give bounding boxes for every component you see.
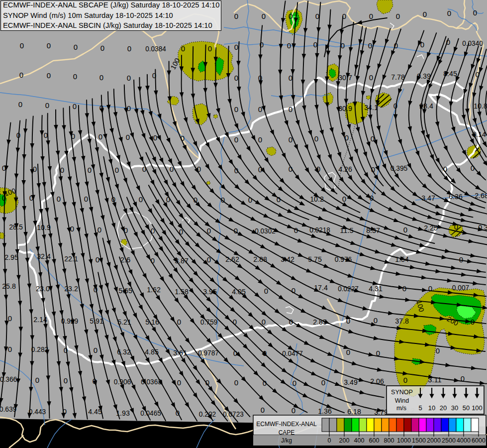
svg-text:2.14: 2.14 (33, 315, 47, 324)
svg-text:0: 0 (402, 284, 406, 293)
svg-text:0: 0 (99, 73, 103, 82)
svg-text:50: 50 (463, 404, 470, 412)
svg-text:0.395: 0.395 (390, 164, 408, 172)
svg-text:0: 0 (447, 9, 451, 17)
svg-text:0: 0 (321, 378, 325, 387)
svg-text:0: 0 (71, 132, 75, 140)
svg-text:0: 0 (63, 407, 67, 416)
svg-text:0: 0 (374, 316, 378, 325)
svg-text:32.4: 32.4 (37, 252, 51, 260)
svg-text:0: 0 (100, 44, 104, 52)
svg-text:0: 0 (205, 378, 209, 387)
svg-text:600: 600 (369, 437, 380, 444)
svg-text:200: 200 (339, 437, 350, 444)
svg-text:0: 0 (20, 41, 24, 50)
svg-text:2.85: 2.85 (313, 318, 327, 326)
svg-text:6.18: 6.18 (347, 407, 361, 416)
svg-text:0: 0 (127, 74, 131, 82)
svg-text:0: 0 (181, 134, 185, 142)
svg-text:1.62: 1.62 (147, 285, 161, 294)
svg-text:0: 0 (166, 195, 170, 204)
svg-text:0: 0 (170, 165, 174, 173)
svg-text:2.95: 2.95 (4, 253, 18, 261)
svg-text:0: 0 (153, 133, 157, 142)
svg-text:0: 0 (94, 346, 97, 354)
svg-text:0: 0 (233, 318, 237, 326)
svg-text:3.11: 3.11 (428, 375, 442, 384)
svg-text:10: 10 (428, 404, 435, 412)
svg-text:17.4: 17.4 (314, 283, 328, 292)
svg-text:0: 0 (403, 225, 407, 234)
svg-text:0.9787: 0.9787 (198, 348, 218, 357)
svg-text:3.87: 3.87 (175, 256, 189, 265)
svg-text:0: 0 (98, 132, 102, 141)
svg-text:0: 0 (234, 135, 238, 144)
svg-text:0: 0 (258, 165, 262, 174)
svg-text:0: 0 (369, 73, 373, 82)
svg-text:0: 0 (234, 166, 238, 175)
svg-text:0: 0 (8, 314, 12, 323)
svg-text:0: 0 (263, 349, 267, 357)
svg-text:2.25: 2.25 (424, 224, 438, 232)
svg-text:0: 0 (341, 41, 345, 50)
svg-text:0: 0 (261, 406, 265, 414)
svg-text:800: 800 (384, 437, 394, 444)
svg-text:4.05: 4.05 (232, 287, 246, 296)
svg-text:0.282: 0.282 (31, 345, 49, 353)
svg-text:0: 0 (289, 105, 292, 113)
svg-text:0: 0 (376, 349, 380, 357)
svg-text:6.36: 6.36 (449, 192, 463, 201)
svg-text:0: 0 (292, 406, 295, 415)
svg-text:0: 0 (396, 12, 400, 20)
svg-text:9.39: 9.39 (417, 72, 431, 80)
svg-text:0: 0 (29, 194, 33, 202)
svg-text:0: 0 (47, 71, 51, 80)
svg-text:25.8: 25.8 (2, 282, 16, 290)
svg-text:28.5: 28.5 (9, 223, 23, 231)
svg-text:0: 0 (64, 346, 68, 354)
svg-text:0: 0 (115, 166, 119, 174)
svg-text:0: 0 (126, 133, 130, 141)
svg-text:0: 0 (443, 165, 447, 173)
svg-text:400: 400 (354, 437, 365, 444)
svg-text:2500: 2500 (442, 437, 456, 444)
svg-text:0: 0 (454, 223, 458, 231)
svg-text:2.06: 2.06 (370, 377, 384, 385)
svg-text:0: 0 (176, 409, 180, 417)
svg-text:0: 0 (369, 12, 373, 20)
svg-text:0: 0 (342, 12, 346, 20)
svg-text:10.2: 10.2 (310, 195, 324, 203)
svg-text:0.929: 0.929 (61, 317, 79, 325)
svg-text:0.0302: 0.0302 (255, 226, 275, 235)
svg-text:100: 100 (472, 404, 483, 412)
svg-text:0: 0 (73, 102, 77, 111)
svg-text:6.32: 6.32 (117, 347, 131, 356)
svg-text:0: 0 (44, 131, 48, 139)
svg-text:0: 0 (461, 374, 465, 383)
svg-text:3.61: 3.61 (173, 348, 187, 357)
svg-text:0.0384: 0.0384 (145, 44, 166, 53)
svg-text:2.62: 2.62 (225, 255, 239, 263)
svg-text:0: 0 (234, 43, 238, 51)
svg-text:0: 0 (16, 131, 20, 139)
svg-text:SYNOP Wind (m/s) 10m Saturday: SYNOP Wind (m/s) 10m Saturday 18-10-2025… (3, 11, 173, 19)
svg-text:0: 0 (258, 105, 262, 113)
svg-text:5.91: 5.91 (90, 317, 103, 325)
svg-text:2.68: 2.68 (475, 191, 487, 200)
svg-text:0: 0 (179, 227, 183, 236)
svg-text:0: 0 (194, 196, 197, 204)
svg-text:10.8: 10.8 (474, 102, 487, 110)
svg-text:0: 0 (248, 196, 252, 204)
svg-text:0.0227: 0.0227 (338, 284, 358, 293)
svg-text:0: 0 (471, 164, 475, 172)
svg-text:0: 0 (313, 40, 317, 49)
svg-text:28.4: 28.4 (419, 102, 433, 110)
svg-text:0.639: 0.639 (0, 405, 16, 413)
svg-text:0: 0 (345, 133, 349, 142)
svg-text:0: 0 (436, 346, 440, 355)
svg-text:0: 0 (262, 318, 266, 326)
svg-text:0: 0 (151, 256, 155, 265)
svg-text:0.202: 0.202 (199, 410, 216, 418)
svg-text:0: 0 (289, 135, 292, 144)
svg-text:0: 0 (64, 376, 68, 385)
